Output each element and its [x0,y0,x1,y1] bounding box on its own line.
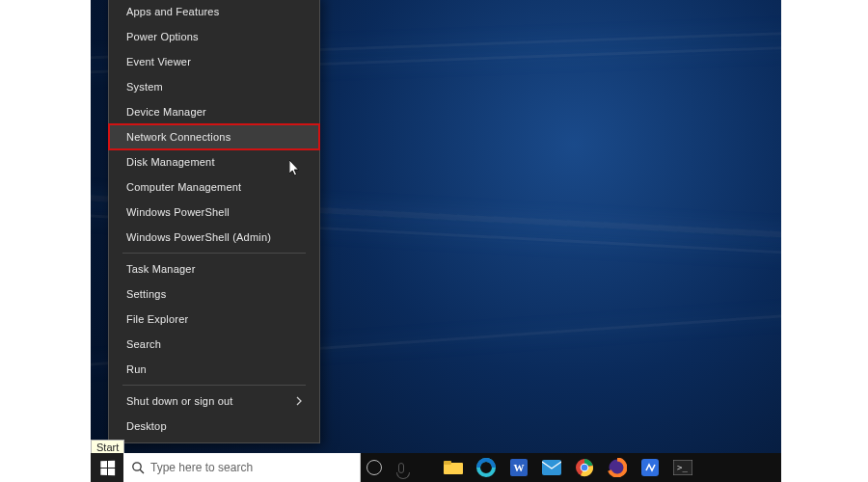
menu-label: Windows PowerShell (Admin) [126,231,271,243]
svg-point-10 [582,465,588,471]
menu-label: Search [126,338,161,350]
taskbar: Type here to search W [91,453,781,482]
svg-rect-7 [542,460,561,475]
start-button[interactable] [91,453,123,482]
menu-label: Task Manager [126,263,196,275]
svg-point-0 [133,463,141,470]
taskbar-pinned-apps: W >_ [438,453,698,482]
menu-label: Computer Management [126,181,241,193]
menu-label: File Explorer [126,313,188,325]
menu-item-search[interactable]: Search [109,332,319,357]
svg-text:W: W [514,462,525,473]
menu-item-file-explorer[interactable]: File Explorer [109,307,319,332]
menu-item-event-viewer[interactable]: Event Viewer [109,49,319,74]
tooltip-text: Start [96,442,119,453]
windows-logo-icon [100,460,115,475]
menu-item-power-options[interactable]: Power Options [109,24,319,49]
menu-item-system[interactable]: System [109,74,319,99]
file-explorer-icon[interactable] [438,453,469,482]
search-icon [131,461,145,474]
screenshot-stage: Apps and Features Power Options Event Vi… [0,0,868,482]
menu-item-windows-powershell-admin[interactable]: Windows PowerShell (Admin) [109,225,319,250]
menu-item-disk-management[interactable]: Disk Management [109,149,319,174]
menu-item-apps-and-features[interactable]: Apps and Features [109,0,319,24]
microphone-icon [398,463,404,473]
menu-item-settings[interactable]: Settings [109,281,319,307]
firefox-icon[interactable] [602,453,633,482]
menu-item-network-connections[interactable]: Network Connections [109,124,319,149]
menu-label: Network Connections [126,131,231,143]
app-blue-icon[interactable] [635,453,665,482]
mail-icon[interactable] [536,453,567,482]
menu-label: Power Options [126,31,199,42]
menu-label: Windows PowerShell [126,206,230,218]
svg-rect-3 [444,461,451,465]
microphone-button[interactable] [388,453,415,482]
menu-item-shut-down-or-sign-out[interactable]: Shut down or sign out [109,388,319,414]
menu-separator [122,385,306,386]
menu-separator [122,253,306,254]
menu-item-device-manager[interactable]: Device Manager [109,99,319,124]
taskbar-search-input[interactable]: Type here to search [123,453,361,482]
menu-label: System [126,81,163,93]
menu-label: Run [126,363,147,375]
menu-label: Settings [126,288,166,300]
menu-label: Device Manager [126,106,206,118]
menu-item-windows-powershell[interactable]: Windows PowerShell [109,200,319,225]
search-placeholder: Type here to search [150,461,253,474]
edge-icon[interactable] [471,453,502,482]
menu-label: Shut down or sign out [126,395,233,407]
menu-label: Desktop [126,420,167,432]
start-context-menu: Apps and Features Power Options Event Vi… [108,0,320,443]
cortana-button[interactable] [361,453,388,482]
menu-label: Event Viewer [126,56,191,67]
menu-item-desktop[interactable]: Desktop [109,414,319,439]
menu-item-computer-management[interactable]: Computer Management [109,174,319,200]
menu-item-run[interactable]: Run [109,357,319,382]
svg-text:>_: >_ [677,463,688,472]
terminal-icon[interactable]: >_ [667,453,698,482]
cortana-icon [366,460,382,475]
word-icon[interactable]: W [503,453,534,482]
menu-label: Disk Management [126,156,215,168]
svg-line-1 [140,469,144,473]
chevron-right-icon [296,396,302,406]
chrome-icon[interactable] [569,453,600,482]
menu-item-task-manager[interactable]: Task Manager [109,256,319,281]
menu-label: Apps and Features [126,6,219,17]
